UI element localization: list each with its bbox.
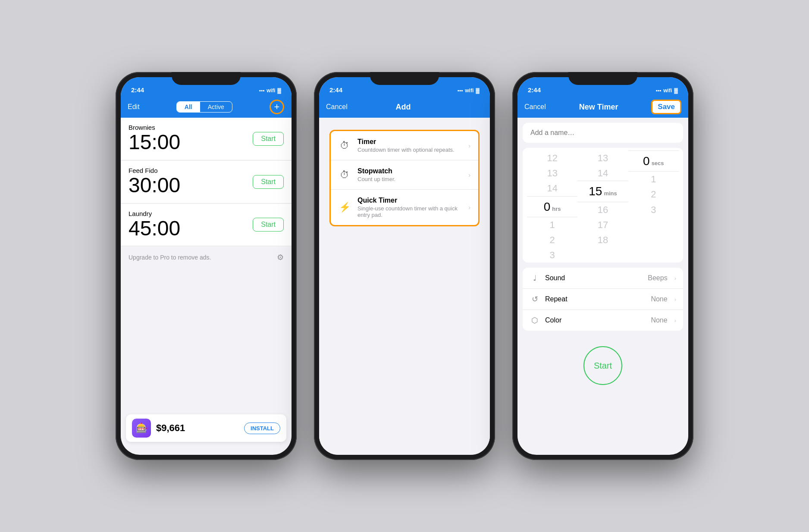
settings-row-repeat[interactable]: ↺ Repeat None ›	[523, 289, 683, 310]
screen-1: 2:44 ▪▪▪ wifi ▓ Edit All Active +	[121, 77, 292, 455]
repeat-icon: ↺	[530, 294, 540, 304]
timer-name-brownies: Brownies	[129, 124, 253, 131]
time-picker[interactable]: 12 13 14 0 hrs 1 2 3	[523, 148, 683, 263]
start-circle-button[interactable]: Start	[583, 346, 622, 385]
picker-above-mins-1: 13	[598, 150, 608, 166]
upgrade-text: Upgrade to Pro to remove ads.	[129, 254, 211, 261]
segment-wrap: All Active	[176, 101, 232, 113]
picker-selected-hrs: 0	[544, 198, 551, 215]
timer-info-laundry: Laundry 45:00	[129, 210, 253, 240]
modal-item-stopwatch[interactable]: ⏱ Stopwatch Count up timer. ›	[331, 160, 478, 190]
color-label: Color	[545, 316, 646, 324]
stopwatch-icon: ⏱	[339, 169, 351, 181]
segment-control: All Active	[176, 101, 232, 113]
cancel-button-2[interactable]: Cancel	[326, 103, 348, 111]
repeat-value: None	[651, 295, 667, 303]
timer-list: Brownies 15:00 Start Feed Fido 30:00 Sta…	[121, 118, 292, 455]
start-button-brownies[interactable]: Start	[253, 132, 284, 146]
start-circle-wrap: Start	[517, 334, 688, 392]
modal-item-quick[interactable]: ⚡ Quick Timer Single-use countdown timer…	[331, 190, 478, 225]
timer-item-feedfido: Feed Fido 30:00 Start	[121, 161, 292, 203]
color-value: None	[651, 316, 667, 324]
status-time-3: 2:44	[528, 86, 541, 94]
cancel-button-3[interactable]: Cancel	[524, 103, 546, 111]
modal-subtitle-timer: Countdown timer with optional repeats.	[357, 147, 461, 153]
start-button-laundry[interactable]: Start	[253, 218, 284, 232]
modal-title-quick: Quick Timer	[357, 197, 461, 204]
signal-icon-1: ▪▪▪	[259, 88, 264, 94]
status-time-2: 2:44	[329, 86, 342, 94]
status-icons-3: ▪▪▪ wifi ▓	[655, 88, 678, 94]
timer-item-brownies: Brownies 15:00 Start	[121, 118, 292, 160]
picker-below-mins-2: 17	[598, 217, 608, 232]
all-tab[interactable]: All	[177, 102, 200, 112]
picker-label-mins: mins	[604, 190, 617, 197]
nav-bar-1: Edit All Active +	[121, 96, 292, 118]
settings-group: ♩ Sound Beeps › ↺ Repeat None › ⬡ Color …	[523, 268, 683, 331]
screen-3: 2:44 ▪▪▪ wifi ▓ Cancel New Timer Save	[517, 77, 688, 455]
chevron-stopwatch: ›	[468, 172, 470, 178]
edit-button[interactable]: Edit	[128, 103, 140, 111]
picker-above-hrs-2: 13	[547, 166, 557, 181]
settings-row-color[interactable]: ⬡ Color None ›	[523, 310, 683, 331]
picker-above-mins-2: 14	[598, 166, 608, 181]
picker-label-hrs: hrs	[552, 206, 561, 212]
add-modal-content: ⏱ Timer Countdown timer with optional re…	[319, 118, 490, 455]
picker-below-secs-2: 2	[651, 187, 656, 202]
screen-2: 2:44 ▪▪▪ wifi ▓ Cancel Add ⏱ Timer	[319, 77, 490, 455]
picker-below-hrs-3: 3	[550, 247, 555, 263]
repeat-label: Repeat	[545, 295, 646, 303]
picker-below-hrs-1: 1	[550, 217, 555, 232]
add-button[interactable]: +	[269, 99, 285, 115]
nav-title-2: Add	[395, 103, 411, 112]
settings-row-sound[interactable]: ♩ Sound Beeps ›	[523, 268, 683, 289]
new-timer-content: 12 13 14 0 hrs 1 2 3	[517, 118, 688, 392]
picker-selected-secs: 0	[643, 153, 650, 169]
signal-icon-2: ▪▪▪	[457, 88, 463, 94]
repeat-chevron: ›	[674, 296, 676, 303]
install-button[interactable]: INSTALL	[244, 422, 280, 434]
notch-3	[568, 72, 637, 85]
ad-icon: 🎰	[132, 419, 151, 438]
phone-2: 2:44 ▪▪▪ wifi ▓ Cancel Add ⏱ Timer	[314, 72, 495, 460]
notch-1	[172, 72, 241, 85]
picker-unit-hrs: 12 13 14 0 hrs 1 2 3	[527, 150, 577, 263]
timer-item-laundry: Laundry 45:00 Start	[121, 204, 292, 247]
battery-icon-1: ▓	[277, 88, 281, 94]
modal-sheet: ⏱ Timer Countdown timer with optional re…	[329, 130, 480, 226]
sound-value: Beeps	[648, 274, 667, 282]
chevron-quick: ›	[468, 204, 470, 211]
start-button-feedfido[interactable]: Start	[253, 175, 284, 189]
wifi-icon-2: wifi	[465, 88, 473, 94]
timer-info-feedfido: Feed Fido 30:00	[129, 167, 253, 197]
modal-wrap: ⏱ Timer Countdown timer with optional re…	[319, 118, 490, 238]
timer-name-laundry: Laundry	[129, 210, 253, 217]
battery-icon-2: ▓	[476, 88, 480, 94]
nav-title-3: New Timer	[579, 103, 618, 112]
modal-item-timer[interactable]: ⏱ Timer Countdown timer with optional re…	[331, 131, 478, 160]
name-input[interactable]	[530, 129, 675, 137]
wifi-icon-1: wifi	[267, 88, 275, 94]
modal-title-timer: Timer	[357, 138, 461, 146]
timer-name-feedfido: Feed Fido	[129, 167, 253, 174]
modal-subtitle-stopwatch: Count up timer.	[357, 176, 461, 182]
picker-selected-mins-wrap: 15 mins	[577, 181, 628, 202]
picker-below-secs-3: 3	[651, 202, 656, 217]
nav-bar-3: Cancel New Timer Save	[517, 96, 688, 118]
timer-time-laundry: 45:00	[129, 217, 253, 240]
modal-text-stopwatch: Stopwatch Count up timer.	[357, 167, 461, 182]
sound-chevron: ›	[674, 275, 676, 282]
timer-info-brownies: Brownies 15:00	[129, 124, 253, 154]
modal-title-stopwatch: Stopwatch	[357, 167, 461, 175]
save-button[interactable]: Save	[651, 100, 681, 114]
battery-icon-3: ▓	[674, 88, 678, 94]
picker-selected-hrs-wrap: 0 hrs	[527, 196, 577, 217]
timer-time-feedfido: 30:00	[129, 174, 253, 197]
gear-icon[interactable]: ⚙	[277, 253, 284, 262]
signal-icon-3: ▪▪▪	[655, 88, 661, 94]
active-tab[interactable]: Active	[200, 102, 232, 112]
chevron-timer: ›	[468, 142, 470, 149]
picker-below-hrs-2: 2	[550, 232, 555, 247]
modal-subtitle-quick: Single-use countdown timer with a quick …	[357, 205, 461, 218]
notch-2	[370, 72, 439, 85]
